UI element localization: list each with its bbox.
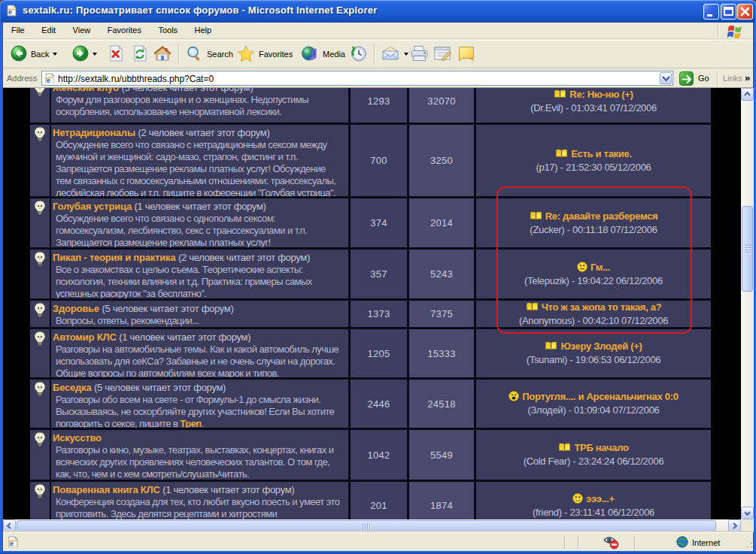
scroll-right-button[interactable] [728,519,741,532]
horizontal-scroll-thumb[interactable] [17,520,716,531]
address-dropdown-button[interactable] [660,72,672,84]
forum-description: Разговоры обо всем на свете - от Формулы… [56,394,345,428]
forum-name-cell: Пикап - теория и практика (2 человек чит… [51,250,348,298]
forum-link[interactable]: Пикап - теория и практика [53,252,175,263]
last-post-link[interactable]: Португля.... и Арсенальчигнах 0:0 [522,391,678,402]
post-book-icon [545,341,557,354]
favorites-star-icon [237,45,255,64]
edit-button[interactable] [433,41,453,68]
refresh-button[interactable] [132,41,148,68]
back-dropdown-caret[interactable] [53,53,57,56]
vertical-scrollbar[interactable] [741,88,754,519]
lightbulb-icon [33,126,47,145]
horizontal-scrollbar[interactable] [3,519,741,532]
posts-count: 7375 [430,308,453,319]
threads-count-cell: 357 [351,250,407,298]
post-smiley-icon [572,493,583,507]
search-label: Search [207,50,233,59]
privacy-report-icon[interactable] [603,535,621,552]
threads-count-cell: 1293 [351,88,407,123]
forum-description: Разговоры на автомобильные темы. Как и к… [56,344,345,377]
lightbulb-icon [33,483,47,502]
mail-icon [381,46,400,62]
resize-grip[interactable] [745,540,754,549]
menu-tools[interactable]: Tools [151,23,184,37]
links-label[interactable]: Links [723,74,742,83]
lightbulb-icon [33,381,47,400]
go-label[interactable]: Go [698,74,709,83]
threads-count-cell: 374 [351,198,407,247]
mail-button[interactable] [381,41,408,68]
scroll-left-button[interactable] [3,519,16,532]
forum-link[interactable]: Здоровье [53,303,99,314]
address-bar: Address e http://sextalk.ru/ubbthreads.p… [3,69,753,88]
forum-description-line: Форум для разговоров женщин и о женщинах… [56,94,345,106]
inline-forum-link[interactable]: Треп [180,418,201,428]
forum-status-cell [30,250,50,298]
menu-favorites[interactable]: Favorites [101,23,148,37]
links-chevron-icon[interactable]: » [745,72,750,83]
last-post-link[interactable]: Re: Ню-ню (+) [569,89,633,100]
forum-link[interactable]: Нетрадиционалы [53,127,135,138]
forward-icon [72,45,89,63]
forward-dropdown-caret[interactable] [93,53,97,56]
favorites-button[interactable]: Favorites [237,41,293,68]
post-book-icon [554,89,566,102]
last-post-link[interactable]: Есть и такие. [571,148,632,159]
messenger-button[interactable] [457,41,475,68]
menu-file[interactable]: File [5,23,32,37]
history-button[interactable] [350,41,368,68]
red-annotation-box [496,186,692,334]
address-input[interactable]: e http://sextalk.ru/ubbthreads.php?Cat=0 [41,71,673,86]
vertical-scroll-thumb[interactable] [742,206,753,292]
mail-dropdown-caret[interactable] [404,53,408,56]
last-post-cell: Португля.... и Арсенальчигнах 0:0(Злодей… [476,380,711,428]
close-button[interactable] [737,4,753,20]
home-button[interactable] [153,41,172,68]
last-post-link[interactable]: ТРБ начало [574,442,628,453]
toolbar-separator-1 [178,44,180,65]
posts-count: 24518 [427,398,456,410]
scroll-up-button[interactable] [741,88,754,101]
forum-link[interactable]: Автомир КЛС [53,331,117,343]
forum-link[interactable]: Беседка [53,382,91,393]
threads-count: 201 [370,500,387,511]
go-button[interactable] [679,71,694,86]
forum-description-line: всяческих других проявлениях человечески… [56,456,345,468]
forum-description-line: оскорбления, использование ненормативной… [56,106,345,118]
minimize-button[interactable] [703,4,719,20]
svg-text:e: e [47,75,50,84]
maximize-button[interactable] [721,4,736,20]
forum-link[interactable]: Поваренная книга КЛС [53,484,160,495]
media-button[interactable]: Media [301,41,345,68]
menu-help[interactable]: Help [188,23,219,37]
menu-view[interactable]: View [66,23,98,37]
posts-count-cell: 3250 [409,125,474,196]
posts-count-cell: 5243 [409,250,474,298]
forum-link[interactable]: Голубая устрица [53,201,132,212]
search-button[interactable]: Search [186,41,233,68]
forum-row: ИскусствоРазговоры о кино, музыке, театр… [30,430,711,482]
menu-edit[interactable]: Edit [35,23,62,37]
last-post-link[interactable]: Юзеру Злодей (+) [560,341,642,352]
lightbulb-icon [33,431,47,450]
back-button[interactable]: Back [11,41,57,68]
posts-count: 3250 [430,155,453,166]
thumb-grip [745,245,751,254]
forum-row: Беседка (5 человек читает этот форум)Раз… [30,380,711,430]
print-button[interactable] [409,41,430,68]
forum-description: Форум для разговоров женщин и о женщинах… [56,94,345,118]
forum-status-cell [30,125,50,196]
last-post-link[interactable]: эээ...+ [586,493,615,504]
forum-link[interactable]: Женский клуб [53,88,119,93]
forum-link[interactable]: Искусство [53,432,102,444]
status-separator-3 [634,536,636,549]
forum-description-line: Обсуждение всего что связано с нетрадици… [56,139,345,151]
posts-count-cell: 7375 [409,301,474,327]
stop-button[interactable] [108,41,124,68]
forum-status-cell [30,198,50,247]
svg-text:e: e [8,7,12,16]
forward-button[interactable] [72,41,97,68]
forum-name-cell: Поваренная книга КЛС (1 человек читает э… [51,482,348,519]
scroll-down-button[interactable] [741,507,754,519]
